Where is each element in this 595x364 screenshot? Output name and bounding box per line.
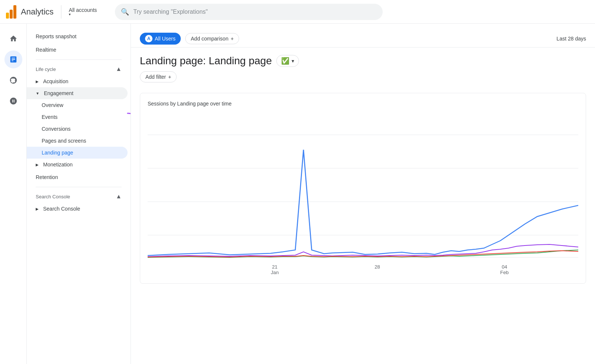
search-bar[interactable]: 🔍 Try searching "Explorations" xyxy=(115,4,383,20)
overview-label: Overview xyxy=(42,102,63,108)
engagement-expand-icon: ▼ xyxy=(36,91,39,95)
main-layout: Reports snapshot Realtime Life cycle ▲ ▶… xyxy=(0,24,595,364)
sidebar-sub-pages-screens[interactable]: Pages and screens xyxy=(27,135,128,147)
add-filter-label: Add filter xyxy=(145,74,166,80)
add-comparison-plus-icon: + xyxy=(231,36,234,42)
sidebar-item-acquisition[interactable]: ▶ Acquisition xyxy=(27,75,131,87)
add-comparison-label: Add comparison xyxy=(191,36,228,42)
date-range-selector[interactable]: Last 28 days xyxy=(557,36,586,42)
sidebar-sub-conversions[interactable]: Conversions xyxy=(27,123,128,135)
search-console-expand-icon: ▶ xyxy=(36,207,39,211)
sidebar-sub-landing-page[interactable]: Landing page xyxy=(27,147,128,159)
sidebar-sub-events[interactable]: Events xyxy=(27,111,128,123)
page-title-area: Landing page: Landing page ✅ ▾ Add filte… xyxy=(131,48,595,87)
chart-container: Sessions by Landing page over time xyxy=(140,93,586,284)
sessions-chart: 21 Jan 28 04 Feb xyxy=(148,113,578,276)
header-divider xyxy=(61,5,61,19)
search-icon: 🔍 xyxy=(121,8,129,16)
segment-chips: A All Users Add comparison + xyxy=(140,33,239,45)
app-title: Analytics xyxy=(21,7,54,17)
nav-reports-button[interactable] xyxy=(4,51,22,68)
title-status-badge[interactable]: ✅ ▾ xyxy=(276,55,299,67)
sidebar-item-engagement[interactable]: ▼ Engagement xyxy=(27,87,128,99)
acquisition-label: Acquisition xyxy=(43,78,68,84)
content-header: A All Users Add comparison + Last 28 day… xyxy=(131,24,595,48)
blue-line xyxy=(148,150,578,256)
chart-svg-wrapper: 21 Jan 28 04 Feb xyxy=(148,113,578,276)
x-label-21: 21 xyxy=(272,265,278,270)
chart-title: Sessions by Landing page over time xyxy=(148,101,578,107)
lifecycle-section-header[interactable]: Life cycle ▲ xyxy=(27,63,131,75)
all-users-avatar: A xyxy=(145,35,152,42)
page-title: Landing page: Landing page xyxy=(140,55,272,67)
search-console-label: Search Console xyxy=(43,206,80,212)
logo-area: Analytics All accounts ▾ xyxy=(6,5,97,19)
logo-bar-1 xyxy=(6,13,9,19)
nav-explore-button[interactable] xyxy=(4,71,22,89)
top-header: Analytics All accounts ▾ 🔍 Try searching… xyxy=(0,0,595,24)
logo-bar-2 xyxy=(10,10,13,19)
check-circle-icon: ✅ xyxy=(281,57,289,65)
search-console-section-label: Search Console xyxy=(36,194,70,199)
add-filter-button[interactable]: Add filter + xyxy=(140,71,177,82)
monetization-label: Monetization xyxy=(43,162,73,168)
conversions-label: Conversions xyxy=(42,126,71,132)
landing-page-label: Landing page xyxy=(42,150,73,156)
lifecycle-chevron-icon[interactable]: ▲ xyxy=(116,66,122,72)
monetization-expand-icon: ▶ xyxy=(36,163,39,167)
sidebar-divider-2 xyxy=(36,187,122,187)
all-users-chip[interactable]: A All Users xyxy=(140,33,181,45)
search-console-chevron-icon[interactable]: ▲ xyxy=(116,193,122,200)
content-area: A All Users Add comparison + Last 28 day… xyxy=(131,24,595,364)
realtime-label: Realtime xyxy=(36,47,56,53)
sidebar-item-search-console[interactable]: ▶ Search Console xyxy=(27,203,131,215)
pages-screens-label: Pages and screens xyxy=(42,138,86,144)
analytics-logo xyxy=(6,5,16,19)
logo-bar-3 xyxy=(13,5,16,19)
sidebar-item-reports-snapshot[interactable]: Reports snapshot xyxy=(27,30,128,43)
all-users-label: All Users xyxy=(155,36,176,42)
reports-snapshot-label: Reports snapshot xyxy=(36,33,77,39)
date-range-label: Last 28 days xyxy=(557,36,586,42)
events-label: Events xyxy=(42,114,58,120)
nav-advertising-button[interactable] xyxy=(4,92,22,110)
page-title-row: Landing page: Landing page ✅ ▾ xyxy=(140,55,586,67)
purple-line xyxy=(148,244,578,257)
search-placeholder-text: Try searching "Explorations" xyxy=(134,9,208,15)
search-console-section-header[interactable]: Search Console ▲ xyxy=(27,190,131,203)
x-label-jan: Jan xyxy=(271,270,279,275)
sidebar-divider-1 xyxy=(36,59,122,60)
title-badge-chevron-icon: ▾ xyxy=(292,58,294,64)
all-accounts-selector[interactable]: All accounts ▾ xyxy=(69,7,97,16)
sidebar-item-retention[interactable]: Retention xyxy=(27,170,128,184)
sidebar-sub-overview[interactable]: Overview xyxy=(27,99,128,111)
lifecycle-label: Life cycle xyxy=(36,66,56,72)
nav-home-button[interactable] xyxy=(4,30,22,48)
x-label-feb: Feb xyxy=(500,270,509,275)
x-label-04: 04 xyxy=(502,265,507,270)
retention-label: Retention xyxy=(36,174,58,180)
icon-nav xyxy=(0,24,27,364)
sidebar-item-monetization[interactable]: ▶ Monetization xyxy=(27,159,131,170)
add-comparison-button[interactable]: Add comparison + xyxy=(185,33,239,44)
acquisition-expand-icon: ▶ xyxy=(36,79,39,84)
x-label-28: 28 xyxy=(374,265,380,270)
add-filter-plus-icon: + xyxy=(168,74,171,80)
sidebar: Reports snapshot Realtime Life cycle ▲ ▶… xyxy=(27,24,131,364)
engagement-label: Engagement xyxy=(44,90,73,96)
sidebar-item-realtime[interactable]: Realtime xyxy=(27,43,128,56)
all-accounts-arrow-icon: ▾ xyxy=(69,12,97,16)
